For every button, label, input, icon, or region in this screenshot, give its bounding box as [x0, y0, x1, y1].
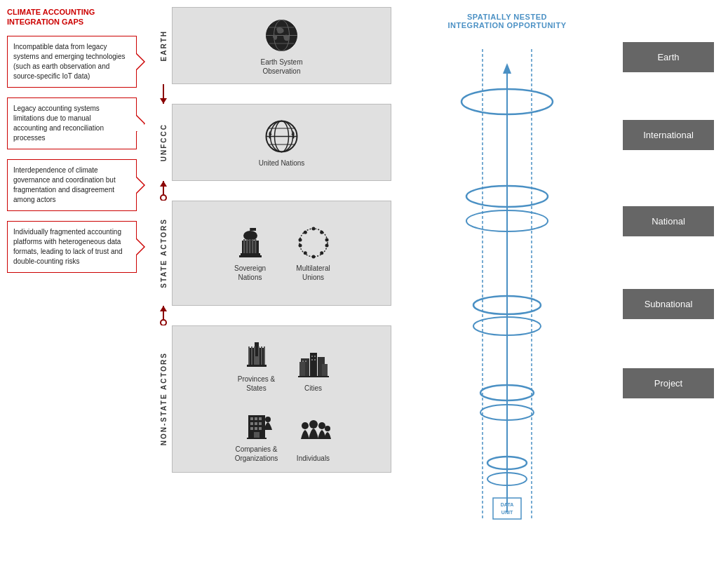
earth-label-vert: EARTH	[155, 7, 172, 84]
diagram-column: SPATIALLY NESTED INTEGRATION OPPORTUNITY	[397, 7, 617, 559]
un-emblem-icon	[262, 117, 301, 156]
multilateral-unions-item: Multilateral Unions	[289, 224, 338, 282]
svg-rect-21	[246, 239, 248, 253]
multilateral-icon	[295, 224, 332, 261]
un-icon-item: United Nations	[259, 117, 305, 168]
svg-rect-24	[255, 239, 257, 253]
badge-national: National	[623, 206, 714, 236]
svg-rect-45	[251, 346, 252, 365]
svg-rect-71	[250, 427, 253, 430]
svg-rect-18	[250, 228, 256, 231]
svg-rect-50	[254, 356, 259, 365]
sovereign-nations-item: Sovereign Nations	[226, 224, 275, 282]
state-row: STATE ACTORS	[155, 201, 391, 306]
cities-icon	[295, 344, 332, 381]
svg-rect-70	[259, 422, 262, 425]
connector-arrow-2	[155, 181, 176, 201]
svg-rect-68	[250, 422, 253, 425]
main-container: CLIMATE ACCOUNTING INTEGRATION GAPS Inco…	[0, 0, 728, 566]
svg-rect-49	[264, 346, 265, 365]
earth-row: EARTH Earth Syste	[155, 7, 391, 84]
svg-rect-51	[310, 353, 317, 376]
svg-point-31	[325, 244, 328, 248]
svg-point-30	[325, 238, 328, 242]
svg-rect-44	[248, 346, 250, 365]
nested-rings-diagram: DATA UNIT	[433, 35, 581, 540]
earth-globe-icon	[262, 16, 301, 55]
cities-item: Cities	[295, 344, 332, 393]
badge-earth: Earth	[623, 42, 714, 72]
state-box: Sovereign Nations	[172, 201, 391, 306]
unfccc-label-vert: UNFCCC	[155, 104, 172, 181]
svg-rect-26	[239, 255, 262, 257]
svg-rect-66	[255, 417, 257, 420]
nonstate-icons-row-bottom: Companies & Organizations	[232, 405, 332, 463]
connector-arrow-1	[155, 84, 176, 104]
svg-rect-67	[259, 417, 262, 420]
svg-point-75	[265, 417, 271, 422]
svg-text:DATA: DATA	[501, 502, 513, 507]
gap-item-3: Interdependence of climate governance an…	[7, 159, 137, 211]
svg-rect-48	[261, 346, 262, 365]
nonstate-icons-row-top: Provinces & States	[232, 335, 332, 393]
svg-rect-73	[259, 427, 262, 430]
badge-project: Project	[623, 368, 714, 398]
badge-subnational: Subnational	[623, 289, 714, 319]
svg-rect-72	[255, 427, 257, 430]
svg-rect-43	[247, 365, 267, 367]
svg-rect-61	[305, 361, 306, 362]
left-title: CLIMATE ACCOUNTING INTEGRATION GAPS	[7, 7, 137, 27]
connector-arrow-3	[155, 306, 176, 325]
earth-icon-item: Earth System Observation	[257, 16, 306, 76]
company-icon	[238, 405, 275, 442]
capitol-icon	[232, 224, 269, 261]
gap-item-1: Incompatible data from legacy systems an…	[7, 36, 137, 88]
middle-column: EARTH Earth Syste	[142, 7, 391, 559]
svg-point-28	[311, 227, 315, 231]
svg-point-32	[320, 251, 323, 255]
svg-rect-58	[311, 359, 313, 361]
svg-rect-65	[250, 417, 253, 420]
connector-unfccc-state	[155, 181, 391, 201]
svg-point-29	[320, 231, 323, 234]
svg-rect-62	[298, 376, 329, 377]
earth-box: Earth System Observation	[172, 7, 391, 84]
svg-rect-60	[302, 361, 304, 362]
svg-point-34	[303, 251, 306, 255]
left-column: CLIMATE ACCOUNTING INTEGRATION GAPS Inco…	[7, 7, 137, 559]
svg-rect-23	[252, 239, 254, 253]
svg-point-35	[298, 244, 302, 248]
svg-rect-64	[247, 438, 267, 439]
connector-earth-unfccc	[155, 84, 391, 104]
right-labels-column: Earth International National Subnational…	[623, 7, 721, 559]
svg-rect-55	[322, 364, 328, 376]
gap-item-2: Legacy accounting systems limitations du…	[7, 97, 137, 149]
svg-rect-20	[243, 239, 245, 253]
diagram-title: SPATIALLY NESTED INTEGRATION OPPORTUNITY	[448, 13, 567, 29]
badge-international: International	[623, 120, 714, 150]
companies-item: Companies & Organizations	[232, 405, 281, 463]
svg-point-79	[325, 426, 330, 431]
svg-point-15	[161, 195, 166, 201]
state-icons-row: Sovereign Nations	[226, 224, 338, 282]
svg-point-77	[309, 420, 318, 429]
svg-point-76	[302, 422, 309, 429]
svg-marker-6	[160, 98, 167, 104]
svg-point-33	[311, 255, 315, 259]
individuals-item: Individuals	[295, 415, 332, 463]
svg-rect-53	[299, 362, 305, 376]
unfccc-box: United Nations	[172, 104, 391, 181]
svg-rect-25	[241, 253, 260, 255]
connector-state-nonstate	[155, 306, 391, 325]
svg-rect-56	[311, 356, 313, 357]
svg-point-36	[298, 238, 302, 242]
svg-point-16	[243, 231, 257, 241]
svg-marker-39	[160, 306, 167, 311]
svg-marker-14	[160, 181, 167, 187]
gap-item-4: Individually fragmented accounting platf…	[7, 221, 137, 273]
unfccc-row: UNFCCC United Nat	[155, 104, 391, 181]
svg-rect-22	[249, 239, 251, 253]
individuals-icon	[295, 415, 332, 451]
svg-rect-74	[254, 432, 259, 438]
provinces-icon	[238, 335, 275, 372]
